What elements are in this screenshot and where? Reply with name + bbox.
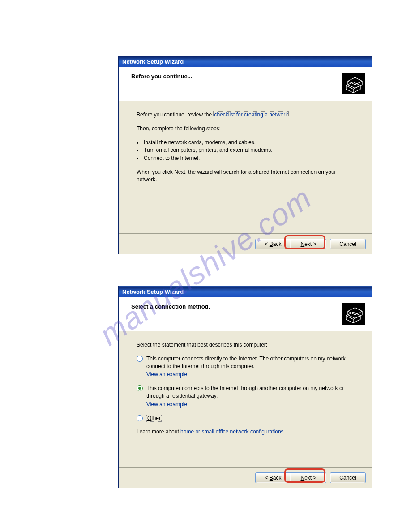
wizard-footer: < Back Next > Cancel: [119, 467, 372, 488]
radio-selected-dot: [138, 387, 141, 390]
radio-option-other[interactable]: Other: [137, 415, 354, 422]
network-device-icon: [342, 73, 365, 94]
radio-button-icon: [137, 356, 143, 362]
option-text: This computer connects to the Internet t…: [146, 385, 344, 399]
window-title: Network Setup Wizard: [122, 288, 184, 295]
intro-suffix: .: [289, 112, 290, 118]
radio-option-gateway[interactable]: This computer connects to the Internet t…: [137, 385, 354, 408]
cancel-button[interactable]: Cancel: [330, 239, 366, 249]
option-text: This computer connects directly to the I…: [146, 356, 346, 369]
instruction: Select the statement that best describes…: [137, 341, 354, 349]
learn-more-link[interactable]: home or small office network configurati…: [180, 429, 284, 435]
radio-option-direct[interactable]: This computer connects directly to the I…: [137, 355, 354, 378]
back-button[interactable]: < Back: [255, 472, 291, 483]
page-heading: Select a connection method.: [131, 303, 210, 310]
wizard-dialog-connection-method: Network Setup Wizard Select a connection…: [118, 286, 372, 488]
radio-label: This computer connects directly to the I…: [146, 355, 354, 378]
network-device-icon: [342, 303, 365, 325]
wizard-header: Before you continue...: [119, 67, 372, 101]
radio-label: This computer connects to the Internet t…: [146, 385, 354, 408]
cancel-button[interactable]: Cancel: [330, 472, 366, 483]
back-next-group: < Back Next >: [255, 239, 326, 249]
steps-list: Install the network cards, modems, and c…: [137, 139, 354, 162]
then-line: Then, complete the following steps:: [137, 125, 354, 133]
learn-more-line: Learn more about home or small office ne…: [137, 428, 354, 436]
titlebar: Network Setup Wizard: [119, 56, 372, 67]
view-example-link[interactable]: View an example.: [146, 401, 354, 408]
step-item: Turn on all computers, printers, and ext…: [143, 146, 354, 154]
checklist-link[interactable]: checklist for creating a network: [213, 111, 289, 118]
step-item: Connect to the Internet.: [143, 154, 354, 162]
wizard-content: Select the statement that best describes…: [119, 331, 372, 446]
next-button[interactable]: Next >: [291, 472, 326, 483]
view-example-link[interactable]: View an example.: [146, 371, 354, 378]
titlebar: Network Setup Wizard: [119, 286, 372, 297]
window-title: Network Setup Wizard: [122, 58, 184, 65]
step-item: Install the network cards, modems, and c…: [143, 139, 354, 146]
learn-prefix: Learn more about: [137, 429, 180, 435]
page-heading: Before you continue...: [131, 73, 193, 80]
radio-button-icon: [137, 385, 143, 391]
radio-label: Other: [146, 415, 354, 422]
note-line: When you click Next, the wizard will sea…: [137, 168, 354, 184]
intro-line: Before you continue, review the checklis…: [137, 111, 354, 119]
wizard-header: Select a connection method.: [119, 297, 372, 331]
back-next-group: < Back Next >: [255, 472, 326, 483]
wizard-content: Before you continue, review the checklis…: [119, 101, 372, 194]
radio-button-icon: [137, 415, 143, 421]
back-button[interactable]: < Back: [255, 239, 291, 249]
wizard-footer: < Back Next > Cancel: [119, 233, 372, 254]
learn-suffix: .: [284, 429, 285, 435]
intro-prefix: Before you continue, review the: [137, 112, 213, 118]
option-text: Other: [146, 415, 162, 422]
wizard-dialog-before-continue: Network Setup Wizard Before you continue…: [118, 56, 372, 254]
next-button[interactable]: Next >: [291, 239, 326, 249]
